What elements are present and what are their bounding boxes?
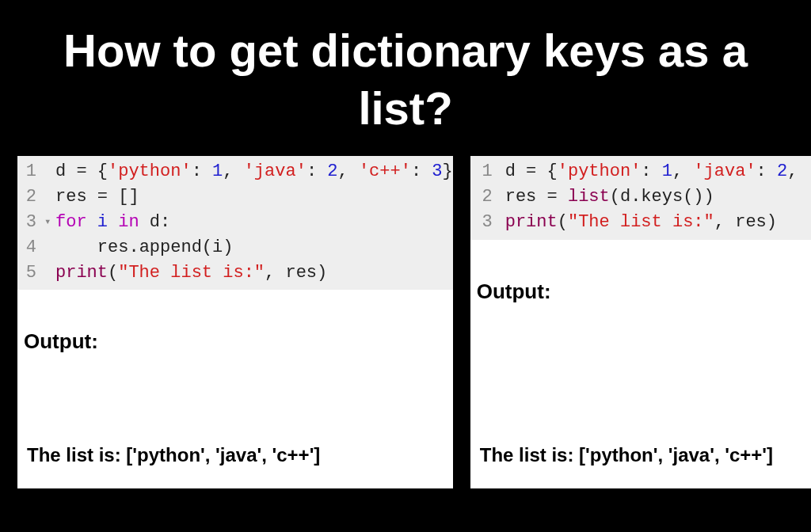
line-number: 5 (17, 260, 44, 286)
code-token: : (641, 162, 661, 181)
page-title: How to get dictionary keys as a list? (0, 0, 811, 156)
code-source: res = [] (55, 184, 453, 210)
code-token: in (108, 212, 150, 232)
code-token: ( (558, 212, 568, 232)
code-token: 'c++' (359, 162, 411, 181)
code-line: 5print("The list is:", res) (17, 260, 453, 286)
code-source: d = {'python': 1, 'java': 2, 'c++': 3} (55, 159, 453, 184)
fold-gutter-icon (44, 260, 55, 286)
code-token: print (505, 212, 558, 232)
code-line: 1d = {'python': 1, 'java': 2, 'c++': 3} (17, 159, 453, 184)
fold-gutter-icon (44, 235, 55, 260)
code-token: : (756, 162, 777, 181)
code-token: "The list is:" (568, 212, 714, 232)
code-source: d = {'python': 1, 'java': 2, 'c++': 3} (505, 159, 811, 184)
code-token: } (443, 162, 453, 181)
line-number: 3 (17, 210, 44, 235)
code-token: d = { (55, 162, 108, 181)
line-number: 2 (17, 184, 44, 210)
code-token: for (55, 212, 97, 232)
code-token: d = { (505, 162, 558, 181)
fold-gutter-icon: ▾ (44, 210, 55, 235)
code-token: , (787, 162, 808, 181)
right-output-text: The list is: ['python', 'java', 'c++'] (475, 444, 811, 488)
code-token: 'java' (244, 162, 307, 181)
right-output-label: Output: (475, 254, 811, 304)
line-number: 4 (17, 235, 44, 260)
code-token: , res) (265, 263, 327, 283)
left-panel: 1d = {'python': 1, 'java': 2, 'c++': 3}2… (17, 156, 453, 488)
code-token: append (139, 238, 202, 257)
code-token: i (97, 212, 108, 232)
line-number: 1 (470, 159, 505, 184)
code-token: , (672, 162, 693, 181)
code-source: print("The list is:", res) (55, 260, 453, 286)
code-token: list (568, 187, 610, 207)
line-number: 3 (470, 210, 505, 235)
code-line: 1d = {'python': 1, 'java': 2, 'c++': 3} (470, 159, 811, 184)
code-token: , (337, 162, 358, 181)
code-source: res.append(i) (55, 235, 453, 260)
code-token: , res) (714, 212, 777, 232)
code-token: ( (108, 263, 118, 283)
panels-row: 1d = {'python': 1, 'java': 2, 'c++': 3}2… (0, 156, 811, 488)
left-output-area: Output: The list is: ['python', 'java', … (17, 290, 453, 488)
code-token: res = [] (55, 187, 139, 207)
right-code-block: 1d = {'python': 1, 'java': 2, 'c++': 3}2… (470, 156, 811, 240)
code-line: 4 res.append(i) (17, 235, 453, 260)
left-output-text: The list is: ['python', 'java', 'c++'] (22, 444, 448, 488)
code-token: res (55, 238, 128, 257)
code-source: for i in d: (55, 210, 453, 235)
code-token: 'java' (693, 162, 756, 181)
fold-gutter-icon (44, 184, 55, 210)
code-token: . (128, 238, 139, 257)
code-token: 'python' (108, 162, 192, 181)
code-line: 2res = [] (17, 184, 453, 210)
right-output-area: Output: The list is: ['python', 'java', … (470, 240, 811, 488)
code-source: print("The list is:", res) (505, 210, 811, 235)
code-token: (d.keys()) (610, 187, 714, 207)
code-token: d: (150, 212, 170, 232)
code-line: 3print("The list is:", res) (470, 210, 811, 235)
code-token: : (307, 162, 327, 181)
code-line: 3▾for i in d: (17, 210, 453, 235)
code-line: 2res = list(d.keys()) (470, 184, 811, 210)
left-output-label: Output: (22, 304, 448, 354)
code-token: 1 (212, 162, 223, 181)
code-token: 3 (432, 162, 442, 181)
code-token: "The list is:" (118, 263, 265, 283)
code-token: 'python' (558, 162, 642, 181)
code-token: print (55, 263, 108, 283)
code-token: 'c++' (809, 162, 811, 181)
code-token: 2 (327, 162, 337, 181)
fold-gutter-icon (44, 159, 55, 184)
code-token: res = (505, 187, 568, 207)
right-panel: 1d = {'python': 1, 'java': 2, 'c++': 3}2… (470, 156, 811, 488)
code-token: 1 (662, 162, 672, 181)
code-source: res = list(d.keys()) (505, 184, 811, 210)
code-token: 2 (777, 162, 787, 181)
line-number: 1 (17, 159, 44, 184)
code-token: (i) (202, 238, 234, 257)
line-number: 2 (470, 184, 505, 210)
code-token: : (192, 162, 212, 181)
code-token: : (411, 162, 432, 181)
left-code-block: 1d = {'python': 1, 'java': 2, 'c++': 3}2… (17, 156, 453, 290)
code-token: , (223, 162, 243, 181)
